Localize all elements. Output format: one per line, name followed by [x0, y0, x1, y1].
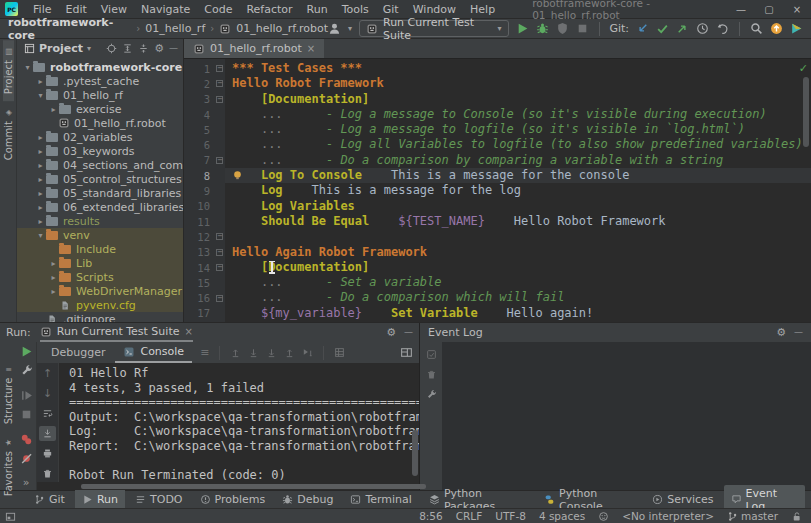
clear-console-icon[interactable] [39, 466, 56, 481]
code-line-2[interactable]: Hello Robot Framework [225, 76, 811, 91]
stripe-tab-project[interactable]: Project▤ [3, 40, 14, 101]
code-line-5[interactable]: ... - Log a message to logfile (so it's … [225, 122, 811, 137]
run-settings-wrench-icon[interactable] [20, 364, 33, 377]
code-line-7[interactable]: ... - Do a comparison by comparing a var… [225, 153, 811, 168]
locate-file-button[interactable] [106, 43, 117, 54]
rollback-button[interactable] [716, 22, 729, 35]
git-commit-button[interactable] [656, 22, 669, 35]
tree-chevron-icon[interactable]: ▸ [35, 133, 46, 142]
line-ending[interactable]: CRLF [456, 510, 483, 522]
code-line-15[interactable]: ... - Set a variable [225, 275, 811, 290]
user-menu-icon[interactable] [328, 22, 341, 35]
console-menu-icon[interactable]: ≡ [200, 347, 209, 358]
hide-panel-button[interactable]: — [169, 44, 178, 53]
tree-chevron-icon[interactable]: ▾ [22, 63, 33, 72]
tree-item-05-standard-libraries[interactable]: ▸05_standard_libraries [17, 186, 183, 200]
grid-view-icon[interactable] [334, 347, 345, 358]
resume-button[interactable] [20, 389, 33, 402]
close-tab-icon[interactable]: × [307, 43, 315, 54]
step-out-icon[interactable] [284, 347, 295, 358]
stripe-tab-favorites[interactable]: Favorites★ [3, 431, 14, 503]
code-line-10[interactable]: Log Variables [225, 199, 811, 214]
code-line-3[interactable]: [Documentation] [225, 92, 811, 107]
step-into-icon[interactable] [248, 347, 259, 358]
close-button[interactable]: × [783, 0, 811, 18]
tree-chevron-icon[interactable]: ▸ [35, 217, 46, 226]
maximize-button[interactable]: ▢ [755, 0, 783, 18]
fold-marker-icon[interactable]: − [216, 157, 223, 164]
up-stacktrace-icon[interactable]: ↑ [39, 366, 56, 381]
print-icon[interactable] [39, 446, 56, 461]
fold-marker-icon[interactable]: − [216, 80, 223, 87]
stop-button[interactable] [576, 22, 589, 35]
hide-panel-button[interactable]: — [794, 328, 803, 337]
chevron-down-icon[interactable]: ▾ [87, 45, 91, 53]
scroll-to-end-icon[interactable] [39, 426, 56, 441]
tree-chevron-icon[interactable]: ▸ [48, 105, 59, 114]
gear-icon[interactable]: ⚙ [776, 327, 786, 338]
run-configuration-select[interactable]: Run Current Test Suite ▾ [359, 20, 509, 37]
stripe-tab-commit[interactable]: Commit◈ [3, 101, 14, 167]
editor-scrollbar[interactable] [803, 77, 809, 147]
view-breakpoints-icon[interactable] [20, 433, 33, 446]
git-push-button[interactable] [676, 22, 689, 35]
soft-wrap-icon[interactable] [39, 406, 56, 421]
editor-tab[interactable]: 01_hello_rf.robot × [184, 39, 324, 58]
tab-debugger[interactable]: Debugger [43, 342, 113, 363]
code-line-9[interactable]: Log This is a message for the log [225, 183, 811, 198]
tree-item-robotframework-core[interactable]: ▾robotframework-coreC:\workspace [17, 60, 183, 74]
fold-marker-icon[interactable]: − [216, 96, 223, 103]
tree-chevron-icon[interactable]: ▾ [35, 231, 46, 240]
mute-breakpoints-icon[interactable] [20, 452, 33, 465]
caret-position[interactable]: 8:56 [419, 510, 443, 522]
tree-item-webdrivermanager[interactable]: ▸WebDriverManager [17, 284, 183, 298]
tree-chevron-icon[interactable]: ▸ [35, 77, 46, 86]
tree-item-01-hello-rf[interactable]: ▾01_hello_rf [17, 88, 183, 102]
intention-bulb-icon[interactable] [232, 170, 243, 181]
tree-chevron-icon[interactable]: ▸ [35, 161, 46, 170]
tab-console[interactable]: Console [115, 342, 192, 363]
indent-style[interactable]: 4 spaces [539, 510, 585, 522]
user-menu-chevron-icon[interactable]: ▾ [348, 25, 352, 33]
project-panel-title[interactable]: Project [39, 42, 83, 55]
fold-marker-icon[interactable]: − [216, 249, 223, 256]
mark-all-read-icon[interactable] [426, 349, 437, 360]
update-available-icon[interactable] [770, 22, 783, 35]
code-line-4[interactable]: ... - Log a message to Console (so it's … [225, 107, 811, 122]
tree-item-lib[interactable]: ▸Lib [17, 256, 183, 270]
force-step-into-icon[interactable] [266, 347, 277, 358]
interpreter-status[interactable]: <No interpreter> [622, 510, 714, 522]
tree-item-include[interactable]: Include [17, 242, 183, 256]
tree-chevron-icon[interactable]: ▸ [35, 203, 46, 212]
breadcrumb-item[interactable]: robotframework-core [8, 16, 131, 42]
tree-item-02-variables[interactable]: ▸02_variables [17, 130, 183, 144]
tree-item-scripts[interactable]: ▸Scripts [17, 270, 183, 284]
tree-item-04-sections-and-commandline[interactable]: ▸04_sections_and_commandline [17, 158, 183, 172]
code-line-14[interactable]: [Documentation] [225, 260, 811, 275]
fold-marker-icon[interactable]: − [216, 65, 223, 72]
run-session-tab[interactable]: Run Current Test Suite × [40, 323, 193, 342]
tree-item-pyvenv-cfg[interactable]: pyvenv.cfg [17, 298, 183, 312]
git-branch[interactable]: master [727, 510, 778, 522]
coverage-button[interactable] [556, 22, 569, 35]
tree-chevron-icon[interactable]: ▸ [35, 147, 46, 156]
tree-chevron-icon[interactable]: ▸ [35, 189, 46, 198]
git-update-button[interactable] [636, 22, 649, 35]
collapse-all-button[interactable] [138, 43, 149, 54]
breadcrumb-item[interactable]: 01_hello_rf.robot [236, 22, 328, 35]
code-line-17[interactable]: ${my_variable} Set Variable Hello again! [225, 306, 811, 321]
close-session-icon[interactable]: × [184, 326, 192, 337]
history-button[interactable] [696, 22, 709, 35]
code-line-12[interactable] [225, 229, 811, 244]
fold-marker-icon[interactable]: − [216, 233, 223, 240]
tree-item--gitignore[interactable]: .gitignore [17, 312, 183, 322]
tree-chevron-icon[interactable]: ▸ [35, 175, 46, 184]
code-line-1[interactable]: *** Test Cases *** [225, 61, 811, 76]
event-log-content[interactable] [442, 342, 811, 490]
console-hscrollbar[interactable] [37, 482, 419, 490]
tree-item--pytest-cache[interactable]: ▸.pytest_cache [17, 74, 183, 88]
tree-item-venv[interactable]: ▾venv [17, 228, 183, 242]
down-stacktrace-icon[interactable]: ↓ [39, 386, 56, 401]
minimize-button[interactable]: — [727, 0, 755, 18]
inspections-profile-icon[interactable] [598, 511, 609, 522]
